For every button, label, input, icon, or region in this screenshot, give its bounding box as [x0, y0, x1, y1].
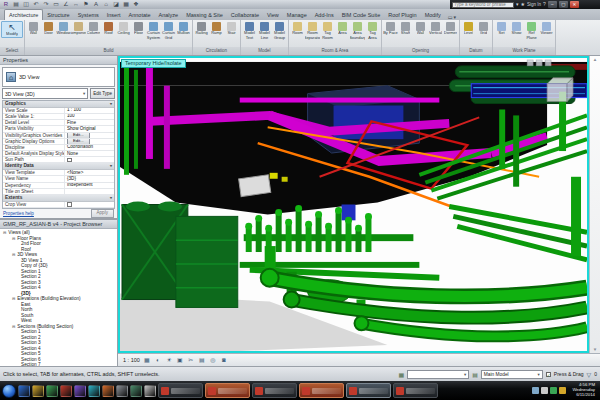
property-group-graphics[interactable]: Graphics▾: [3, 101, 114, 108]
ribbon-button-set[interactable]: Set: [494, 21, 509, 36]
scroll-down-icon[interactable]: ▼: [593, 347, 597, 352]
tree-expander-icon[interactable]: ⊟: [12, 296, 15, 301]
property-value[interactable]: Fine: [65, 120, 114, 125]
start-button[interactable]: [2, 384, 16, 398]
visual-style-icon[interactable]: ◐: [154, 355, 162, 365]
ribbon-button-roof[interactable]: Roof: [101, 21, 116, 36]
ribbon-button-tag-room[interactable]: Tag Room: [320, 21, 335, 40]
ribbon-button-ref-plane[interactable]: Ref Plane: [524, 21, 539, 40]
ribbon-button-model-line[interactable]: Model Line: [257, 21, 272, 40]
qat-redo-icon[interactable]: ↷: [42, 1, 50, 8]
taskbar-pinned-icon-3[interactable]: [60, 385, 72, 397]
ribbon-button-grid[interactable]: Grid: [476, 21, 491, 36]
type-selector[interactable]: ⌂ 3D View: [2, 67, 115, 87]
taskbar-pinned-icon-2[interactable]: [46, 385, 58, 397]
ribbon-button-mullion[interactable]: Mullion: [176, 21, 191, 36]
qat-aligned-dimension-icon[interactable]: ↔: [72, 1, 80, 8]
qat-switch-windows-icon[interactable]: ❖: [132, 1, 140, 8]
taskbar-window-button-1[interactable]: [205, 383, 250, 398]
property-checkbox[interactable]: [67, 202, 72, 207]
shadows-icon[interactable]: ▣: [176, 355, 184, 365]
property-value[interactable]: Coordination: [65, 145, 114, 150]
property-edit-button[interactable]: Edit...: [67, 133, 90, 138]
ribbon-button-curtain-grid[interactable]: Curtain Grid: [161, 21, 176, 40]
property-value[interactable]: 1 : 100: [65, 108, 114, 113]
ribbon-button-column[interactable]: Column: [86, 21, 101, 36]
taskbar-pinned-icon-5[interactable]: [88, 385, 100, 397]
ribbon-button-area-boundary[interactable]: Area Boundary: [350, 21, 365, 40]
sign-in-button[interactable]: Sign In: [527, 2, 541, 7]
tab-modify[interactable]: Modify: [421, 10, 445, 20]
ribbon-button-level[interactable]: Level: [461, 21, 476, 36]
qat-thin-lines-icon[interactable]: ▦: [122, 1, 130, 8]
taskbar-window-button-4[interactable]: [346, 383, 391, 398]
ribbon-button-floor[interactable]: Floor: [131, 21, 146, 36]
qat-default-3d-view-icon[interactable]: ⌂: [102, 1, 110, 8]
taskbar-pinned-icon-4[interactable]: [74, 385, 86, 397]
taskbar-window-button-3[interactable]: [299, 383, 344, 398]
ribbon-button-modify[interactable]: ↖Modify: [1, 21, 23, 38]
vertical-scrollbar[interactable]: ▲ ▼: [589, 56, 600, 353]
tab-roof-plugin[interactable]: Roof Plugin: [384, 10, 420, 20]
ribbon-button-railing[interactable]: Railing: [194, 21, 209, 36]
qat-tag-icon[interactable]: ⚑: [82, 1, 90, 8]
property-value[interactable]: [65, 189, 114, 194]
qat-save-icon[interactable]: ◫: [22, 1, 30, 8]
taskbar-pinned-icon-9[interactable]: [144, 385, 156, 397]
ribbon-button-wall[interactable]: Wall: [26, 21, 41, 36]
ribbon-button-model-group[interactable]: Model Group: [272, 21, 287, 40]
tree-expander-icon[interactable]: ⊟: [12, 324, 15, 329]
taskbar-pinned-icon-6[interactable]: [102, 385, 114, 397]
ribbon-button-curtain-system[interactable]: Curtain System: [146, 21, 161, 40]
search-input[interactable]: [452, 2, 514, 8]
taskbar-pinned-icon-0[interactable]: [18, 385, 30, 397]
property-group-identity-data[interactable]: Identity Data▾: [3, 163, 114, 170]
taskbar-window-button-0[interactable]: [158, 383, 203, 398]
tab-massing-site[interactable]: Massing & Site: [182, 10, 227, 20]
instance-selector-dropdown[interactable]: 3D View (3D) ▾: [2, 88, 88, 99]
taskbar-pinned-icon-8[interactable]: [130, 385, 142, 397]
tray-icon-1[interactable]: [541, 387, 548, 394]
help-icon[interactable]: ?: [543, 1, 546, 8]
tab-analyze[interactable]: Analyze: [155, 10, 183, 20]
ribbon-button-shaft[interactable]: Shaft: [398, 21, 413, 36]
ribbon-button-component[interactable]: Component: [71, 21, 86, 36]
crop-view-icon[interactable]: ✂: [187, 355, 195, 365]
ribbon-button-viewer[interactable]: Viewer: [539, 21, 554, 36]
tab-bim-code-suite[interactable]: BIM Code Suite: [338, 10, 385, 20]
tab-view[interactable]: View: [263, 10, 283, 20]
tab-systems[interactable]: Systems: [74, 10, 103, 20]
property-edit-button[interactable]: Edit...: [67, 139, 90, 144]
sun-path-icon[interactable]: ☀: [165, 355, 173, 365]
taskbar-clock[interactable]: 4:56 PM Wednesday 6/11/2014: [568, 383, 598, 397]
property-group-extents[interactable]: Extents▾: [3, 195, 114, 202]
tree-expander-icon[interactable]: ⊟: [12, 252, 15, 257]
tab-architecture[interactable]: Architecture: [4, 9, 43, 20]
tray-icon-3[interactable]: [559, 387, 566, 394]
ribbon-button-tag-area[interactable]: Tag Area: [365, 21, 380, 40]
close-button[interactable]: ✕: [570, 1, 579, 8]
property-value[interactable]: None: [65, 151, 114, 156]
maximize-button[interactable]: ▢: [559, 1, 568, 8]
taskbar-window-button-2[interactable]: [252, 383, 297, 398]
ribbon-button-area[interactable]: Area: [335, 21, 350, 36]
ribbon-button-wall[interactable]: Wall: [413, 21, 428, 36]
ribbon-button-room[interactable]: Room: [290, 21, 305, 36]
ribbon-button-model-text[interactable]: Model Text: [242, 21, 257, 40]
ribbon-button-room-separator[interactable]: Room Separator: [305, 21, 320, 40]
tab-manage[interactable]: Manage: [283, 10, 311, 20]
tab-annotate[interactable]: Annotate: [125, 10, 155, 20]
tab-add-ins[interactable]: Add-Ins: [311, 10, 338, 20]
ribbon-button-ramp[interactable]: Ramp: [209, 21, 224, 36]
ribbon-button-door[interactable]: Door: [41, 21, 56, 36]
qat-undo-icon[interactable]: ↶: [32, 1, 40, 8]
qat-print-icon[interactable]: ▭: [52, 1, 60, 8]
tray-icon-0[interactable]: [532, 387, 539, 394]
property-checkbox[interactable]: [67, 158, 72, 163]
qat-open-icon[interactable]: ▤: [12, 1, 20, 8]
ribbon-button-window[interactable]: Window: [56, 21, 71, 36]
workset-dropdown[interactable]: ▾: [407, 370, 469, 379]
ribbon-button-vertical[interactable]: Vertical: [428, 21, 443, 36]
tree-expander-icon[interactable]: ⊟: [12, 236, 15, 241]
temporary-hide-isolate-badge[interactable]: Temporary Hide/Isolate: [121, 59, 186, 68]
